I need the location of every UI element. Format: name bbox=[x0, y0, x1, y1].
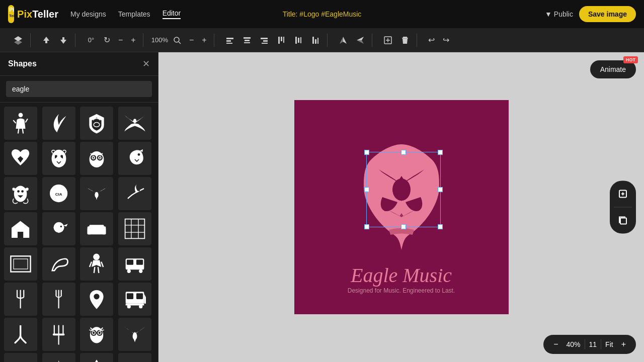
canvas[interactable]: Eagle Music Designed for Music. Engineer… bbox=[294, 100, 509, 314]
shape-person-raising-hand[interactable] bbox=[4, 107, 37, 140]
shape-location-pin[interactable] bbox=[80, 283, 113, 316]
flip-h-button[interactable] bbox=[336, 34, 351, 47]
zoom-out-button[interactable]: − bbox=[549, 338, 562, 351]
svg-rect-13 bbox=[244, 42, 250, 43]
animate-button[interactable]: Animate HOT bbox=[590, 60, 636, 78]
move-up-button[interactable] bbox=[39, 34, 54, 47]
rotate-button[interactable]: ↻ bbox=[101, 33, 113, 47]
history-group: ↩ ↪ bbox=[421, 33, 456, 47]
shape-sofa[interactable] bbox=[80, 212, 113, 245]
action-group bbox=[376, 34, 417, 47]
align-bottom-button[interactable] bbox=[308, 34, 323, 47]
fit-label[interactable]: Fit bbox=[605, 340, 613, 348]
shape-gingerbread[interactable] bbox=[80, 247, 113, 281]
svg-rect-34 bbox=[402, 38, 408, 39]
shape-eagle-bird2[interactable] bbox=[4, 177, 37, 210]
shape-house-copyright[interactable]: © bbox=[4, 212, 37, 245]
shape-wishbone[interactable] bbox=[4, 318, 37, 351]
shape-bus2[interactable] bbox=[118, 283, 151, 316]
align-center-button[interactable] bbox=[239, 34, 255, 47]
svg-rect-14 bbox=[261, 38, 268, 39]
nav-right: ▼ Public Save image bbox=[545, 6, 636, 22]
shape-eagle-feather[interactable] bbox=[42, 107, 75, 140]
search-input[interactable] bbox=[6, 81, 152, 97]
logo[interactable]: PixTeller bbox=[8, 4, 58, 24]
shape-dove-wings[interactable] bbox=[80, 177, 113, 210]
svg-point-109 bbox=[132, 332, 137, 340]
shape-dove-flying[interactable] bbox=[118, 318, 151, 351]
rotate-group: 0° ↻ − + bbox=[79, 33, 143, 47]
align-group bbox=[218, 34, 328, 47]
selected-shape[interactable] bbox=[351, 142, 452, 254]
zoom-in-button[interactable]: + bbox=[617, 338, 630, 351]
svg-point-35 bbox=[19, 113, 23, 117]
canvas-wrapper: Eagle Music Designed for Music. Engineer… bbox=[294, 100, 509, 314]
public-button[interactable]: ▼ Public bbox=[545, 10, 573, 18]
animate-label: Animate bbox=[600, 65, 626, 73]
add-page-button[interactable] bbox=[614, 185, 632, 203]
zoom-divider bbox=[585, 339, 585, 349]
rotation-minus[interactable]: − bbox=[115, 34, 126, 47]
shape-arrow-leftright[interactable] bbox=[118, 353, 151, 362]
align-middle-button[interactable] bbox=[291, 34, 306, 47]
shape-eagle-spread[interactable] bbox=[118, 107, 151, 140]
shape-cia-badge[interactable]: CIA bbox=[42, 177, 75, 210]
rotation-plus[interactable]: + bbox=[128, 34, 138, 47]
svg-rect-20 bbox=[295, 37, 297, 44]
shape-owl-face[interactable] bbox=[80, 142, 113, 175]
undo-button[interactable]: ↩ bbox=[425, 33, 438, 47]
svg-rect-33 bbox=[403, 37, 407, 38]
svg-point-51 bbox=[99, 157, 101, 158]
shape-heart-eagle[interactable] bbox=[4, 142, 37, 175]
svg-point-83 bbox=[127, 269, 130, 273]
svg-point-54 bbox=[17, 190, 20, 193]
shape-eagle-face[interactable] bbox=[42, 142, 75, 175]
shape-pitchfork[interactable] bbox=[4, 283, 37, 316]
shape-owl[interactable] bbox=[80, 318, 113, 351]
close-sidebar-button[interactable]: ✕ bbox=[142, 58, 150, 69]
save-image-button[interactable]: Save image bbox=[579, 6, 636, 22]
page-divider bbox=[601, 339, 601, 349]
svg-rect-8 bbox=[226, 38, 233, 39]
zoom-plus[interactable]: + bbox=[199, 34, 209, 47]
shape-bird-small[interactable] bbox=[42, 212, 75, 245]
add-frame-button[interactable] bbox=[380, 34, 395, 47]
align-top-button[interactable] bbox=[274, 34, 289, 47]
delete-button[interactable] bbox=[397, 34, 413, 47]
svg-marker-26 bbox=[343, 37, 347, 44]
right-panel-divider bbox=[614, 207, 632, 208]
svg-point-96 bbox=[139, 305, 142, 308]
zoom-minus[interactable]: − bbox=[186, 34, 197, 47]
svg-point-63 bbox=[60, 226, 62, 228]
shape-branch-bird[interactable] bbox=[118, 177, 151, 210]
svg-rect-16 bbox=[262, 43, 268, 44]
shape-banana[interactable] bbox=[42, 247, 75, 281]
move-down-button[interactable] bbox=[56, 34, 71, 47]
layers-button[interactable] bbox=[10, 33, 26, 47]
nav-editor[interactable]: Editor bbox=[163, 9, 181, 19]
shape-wing-spread[interactable] bbox=[4, 353, 37, 362]
shape-bus[interactable] bbox=[118, 247, 151, 281]
redo-button[interactable]: ↪ bbox=[440, 33, 452, 47]
shape-eagle-profile[interactable] bbox=[118, 142, 151, 175]
duplicate-page-button[interactable] bbox=[614, 212, 632, 230]
svg-point-44 bbox=[60, 155, 63, 157]
shape-picture-frame[interactable] bbox=[4, 247, 37, 281]
shape-candle[interactable] bbox=[42, 353, 75, 362]
align-left-button[interactable] bbox=[222, 34, 237, 47]
shape-fork[interactable] bbox=[42, 283, 75, 316]
shape-grid-pattern[interactable] bbox=[118, 212, 151, 245]
shapes-sidebar: Shapes ✕ bbox=[0, 52, 158, 362]
svg-point-75 bbox=[93, 254, 100, 260]
shape-arrow-updown[interactable] bbox=[80, 353, 113, 362]
shape-garden-fork[interactable] bbox=[42, 318, 75, 351]
svg-rect-122 bbox=[620, 218, 626, 224]
nav-title-prefix: Title: bbox=[283, 10, 298, 18]
nav-my-designs[interactable]: My designs bbox=[70, 10, 106, 18]
shape-eagle-shield[interactable] bbox=[80, 107, 113, 140]
nav-templates[interactable]: Templates bbox=[118, 10, 150, 18]
flip-v-button[interactable] bbox=[353, 34, 368, 47]
zoom-icon-btn[interactable] bbox=[170, 34, 184, 46]
eagle-music-subtitle: Designed for Music. Engineered to Last. bbox=[348, 287, 455, 294]
align-right-button[interactable] bbox=[257, 34, 272, 47]
